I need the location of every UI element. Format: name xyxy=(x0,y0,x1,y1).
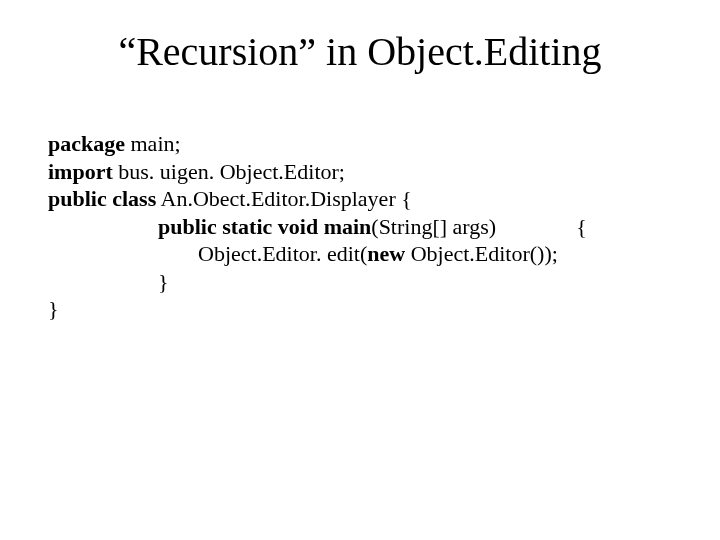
code-line-7: } xyxy=(48,295,672,323)
code-line-5: Object.Editor. edit(new Object.Editor())… xyxy=(48,240,672,268)
code-line-2: import bus. uigen. Object.Editor; xyxy=(48,158,672,186)
code-text: { xyxy=(576,214,587,239)
code-text: Object.Editor. edit( xyxy=(198,241,367,266)
code-text: main; xyxy=(125,131,181,156)
keyword-import: import xyxy=(48,159,113,184)
keyword-public-class: public class xyxy=(48,186,156,211)
code-line-3: public class An.Obect.Editor.Displayer { xyxy=(48,185,672,213)
code-block: package main; import bus. uigen. Object.… xyxy=(48,130,672,323)
code-line-4: public static void main(String[] args){ xyxy=(48,213,672,241)
code-text: Object.Editor()); xyxy=(405,241,558,266)
keyword-main: public static void main xyxy=(158,214,371,239)
slide: “Recursion” in Object.Editing package ma… xyxy=(0,0,720,540)
code-line-6: } xyxy=(48,268,672,296)
slide-title: “Recursion” in Object.Editing xyxy=(0,28,720,75)
keyword-package: package xyxy=(48,131,125,156)
code-text: (String[] args) xyxy=(371,214,496,239)
code-text: bus. uigen. Object.Editor; xyxy=(113,159,345,184)
code-line-1: package main; xyxy=(48,130,672,158)
code-text: An.Obect.Editor.Displayer { xyxy=(156,186,412,211)
keyword-new: new xyxy=(367,241,405,266)
